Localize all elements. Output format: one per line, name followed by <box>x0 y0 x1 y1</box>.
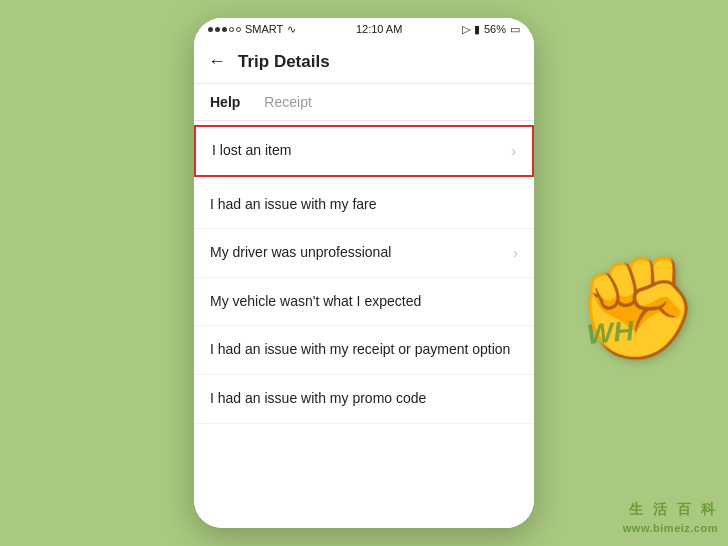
menu-item-text: I had an issue with my promo code <box>210 389 518 409</box>
signal-dots <box>208 27 241 32</box>
chevron-icon: › <box>511 143 516 159</box>
menu-list: I lost an item › I had an issue with my … <box>194 121 534 528</box>
menu-item-lost-item[interactable]: I lost an item › <box>194 125 534 177</box>
back-button[interactable]: ← <box>208 51 226 72</box>
wifi-icon: ∿ <box>287 23 296 36</box>
status-left: SMART ∿ <box>208 23 296 36</box>
app-header: ← Trip Details <box>194 40 534 84</box>
menu-item-receipt-issue[interactable]: I had an issue with my receipt or paymen… <box>194 326 534 375</box>
dot3 <box>222 27 227 32</box>
dot5 <box>236 27 241 32</box>
menu-item-fare-issue[interactable]: I had an issue with my fare <box>194 181 534 230</box>
menu-item-promo-issue[interactable]: I had an issue with my promo code <box>194 375 534 424</box>
cn-watermark-text: 生 活 百 科 <box>623 498 718 520</box>
chevron-icon: › <box>513 245 518 261</box>
time-label: 12:10 AM <box>356 23 402 35</box>
dot1 <box>208 27 213 32</box>
hand-cursor-overlay: ✊ <box>575 249 700 367</box>
page-title: Trip Details <box>238 52 330 72</box>
page-wrapper: SMART ∿ 12:10 AM ▷ ▮ 56% ▭ ← Trip Detail… <box>0 0 728 546</box>
menu-item-text: My driver was unprofessional <box>210 243 505 263</box>
status-bar: SMART ∿ 12:10 AM ▷ ▮ 56% ▭ <box>194 18 534 40</box>
wh-watermark: WH <box>586 315 635 351</box>
carrier-label: SMART <box>245 23 283 35</box>
url-watermark-text: www.bimeiz.com <box>623 520 718 538</box>
battery-icon: ▮ <box>474 23 480 36</box>
status-right: ▷ ▮ 56% ▭ <box>462 23 520 36</box>
location-icon: ▷ <box>462 23 470 36</box>
battery-outline: ▭ <box>510 23 520 36</box>
menu-item-text: I had an issue with my fare <box>210 195 518 215</box>
tabs-bar: Help Receipt <box>194 84 534 121</box>
menu-item-text: I had an issue with my receipt or paymen… <box>210 340 518 360</box>
dot2 <box>215 27 220 32</box>
menu-item-text: My vehicle wasn't what I expected <box>210 292 518 312</box>
menu-item-driver-unprofessional[interactable]: My driver was unprofessional › <box>194 229 534 278</box>
battery-label: 56% <box>484 23 506 35</box>
tab-receipt[interactable]: Receipt <box>264 84 327 120</box>
menu-item-text: I lost an item <box>212 141 503 161</box>
menu-item-vehicle-expected[interactable]: My vehicle wasn't what I expected <box>194 278 534 327</box>
bottom-watermark: 生 活 百 科 www.bimeiz.com <box>623 498 718 538</box>
tab-help[interactable]: Help <box>210 84 256 120</box>
dot4 <box>229 27 234 32</box>
phone-frame: SMART ∿ 12:10 AM ▷ ▮ 56% ▭ ← Trip Detail… <box>194 18 534 528</box>
